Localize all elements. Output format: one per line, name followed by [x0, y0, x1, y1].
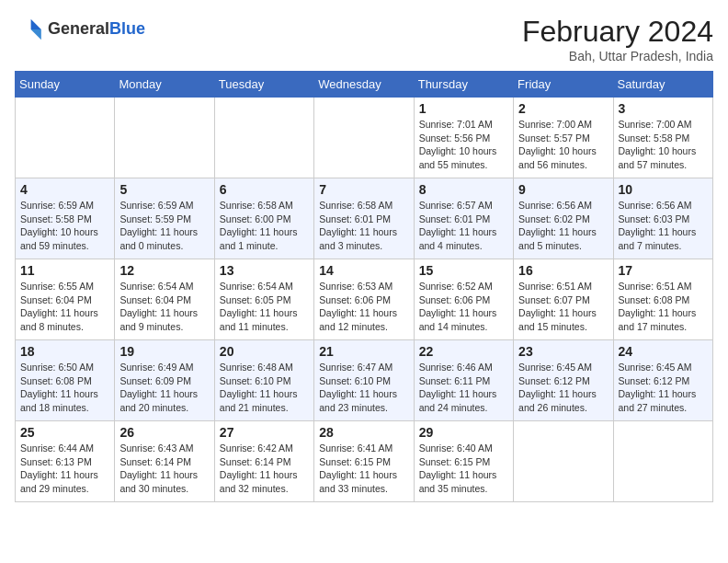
calendar-cell: [514, 421, 613, 502]
day-number: 18: [20, 344, 109, 359]
day-info: Sunrise: 6:59 AM Sunset: 5:58 PM Dayligh…: [20, 199, 109, 253]
day-number: 11: [20, 263, 109, 278]
day-number: 21: [319, 344, 408, 359]
calendar-cell: 7Sunrise: 6:58 AM Sunset: 6:01 PM Daylig…: [314, 178, 414, 259]
day-number: 19: [119, 344, 209, 359]
logo-text: GeneralBlue: [48, 20, 145, 39]
day-info: Sunrise: 6:45 AM Sunset: 6:12 PM Dayligh…: [619, 361, 708, 415]
day-info: Sunrise: 6:59 AM Sunset: 5:59 PM Dayligh…: [119, 199, 209, 253]
day-info: Sunrise: 6:51 AM Sunset: 6:07 PM Dayligh…: [518, 280, 608, 334]
day-number: 20: [220, 344, 309, 359]
day-info: Sunrise: 6:56 AM Sunset: 6:03 PM Dayligh…: [619, 199, 708, 253]
week-row-3: 11Sunrise: 6:55 AM Sunset: 6:04 PM Dayli…: [16, 259, 713, 340]
calendar-cell: 4Sunrise: 6:59 AM Sunset: 5:58 PM Daylig…: [16, 178, 115, 259]
day-info: Sunrise: 6:48 AM Sunset: 6:10 PM Dayligh…: [220, 361, 309, 415]
day-header-wednesday: Wednesday: [314, 72, 414, 98]
day-info: Sunrise: 6:46 AM Sunset: 6:11 PM Dayligh…: [419, 361, 508, 415]
calendar-cell: 21Sunrise: 6:47 AM Sunset: 6:10 PM Dayli…: [314, 340, 414, 421]
day-number: 29: [419, 425, 508, 440]
day-number: 28: [319, 425, 408, 440]
day-number: 22: [419, 344, 508, 359]
day-info: Sunrise: 7:01 AM Sunset: 5:56 PM Dayligh…: [419, 118, 508, 172]
day-info: Sunrise: 6:51 AM Sunset: 6:08 PM Dayligh…: [619, 280, 708, 334]
calendar-cell: 9Sunrise: 6:56 AM Sunset: 6:02 PM Daylig…: [514, 178, 613, 259]
calendar-cell: 18Sunrise: 6:50 AM Sunset: 6:08 PM Dayli…: [16, 340, 115, 421]
calendar-cell: 1Sunrise: 7:01 AM Sunset: 5:56 PM Daylig…: [414, 98, 513, 178]
day-header-tuesday: Tuesday: [214, 72, 313, 98]
calendar-cell: [115, 98, 214, 178]
calendar-cell: 27Sunrise: 6:42 AM Sunset: 6:14 PM Dayli…: [214, 421, 313, 502]
day-number: 7: [319, 182, 408, 197]
calendar-cell: 11Sunrise: 6:55 AM Sunset: 6:04 PM Dayli…: [16, 259, 115, 340]
day-info: Sunrise: 6:58 AM Sunset: 6:01 PM Dayligh…: [319, 199, 408, 253]
calendar-cell: [613, 421, 712, 502]
calendar-cell: 10Sunrise: 6:56 AM Sunset: 6:03 PM Dayli…: [613, 178, 712, 259]
svg-marker-0: [31, 19, 41, 29]
calendar-cell: 26Sunrise: 6:43 AM Sunset: 6:14 PM Dayli…: [115, 421, 214, 502]
week-row-5: 25Sunrise: 6:44 AM Sunset: 6:13 PM Dayli…: [16, 421, 713, 502]
calendar-cell: 16Sunrise: 6:51 AM Sunset: 6:07 PM Dayli…: [514, 259, 613, 340]
calendar-cell: 22Sunrise: 6:46 AM Sunset: 6:11 PM Dayli…: [414, 340, 513, 421]
day-header-friday: Friday: [514, 72, 613, 98]
day-info: Sunrise: 6:57 AM Sunset: 6:01 PM Dayligh…: [419, 199, 508, 253]
day-number: 24: [619, 344, 708, 359]
day-number: 2: [518, 101, 608, 116]
calendar-cell: [214, 98, 313, 178]
calendar-cell: 24Sunrise: 6:45 AM Sunset: 6:12 PM Dayli…: [613, 340, 712, 421]
day-info: Sunrise: 6:47 AM Sunset: 6:10 PM Dayligh…: [319, 361, 408, 415]
day-info: Sunrise: 6:40 AM Sunset: 6:15 PM Dayligh…: [419, 442, 508, 496]
day-number: 6: [220, 182, 309, 197]
day-info: Sunrise: 6:58 AM Sunset: 6:00 PM Dayligh…: [220, 199, 309, 253]
calendar-cell: 6Sunrise: 6:58 AM Sunset: 6:00 PM Daylig…: [214, 178, 313, 259]
day-info: Sunrise: 6:52 AM Sunset: 6:06 PM Dayligh…: [419, 280, 508, 334]
calendar-cell: [16, 98, 115, 178]
day-number: 13: [220, 263, 309, 278]
calendar-cell: 3Sunrise: 7:00 AM Sunset: 5:58 PM Daylig…: [613, 98, 712, 178]
day-number: 17: [619, 263, 708, 278]
calendar-cell: 2Sunrise: 7:00 AM Sunset: 5:57 PM Daylig…: [514, 98, 613, 178]
day-info: Sunrise: 6:44 AM Sunset: 6:13 PM Dayligh…: [20, 442, 109, 496]
day-header-sunday: Sunday: [16, 72, 115, 98]
day-info: Sunrise: 6:56 AM Sunset: 6:02 PM Dayligh…: [518, 199, 608, 253]
day-number: 10: [619, 182, 708, 197]
day-header-monday: Monday: [115, 72, 214, 98]
days-header-row: SundayMondayTuesdayWednesdayThursdayFrid…: [16, 72, 713, 98]
calendar-cell: 14Sunrise: 6:53 AM Sunset: 6:06 PM Dayli…: [314, 259, 414, 340]
calendar-cell: 25Sunrise: 6:44 AM Sunset: 6:13 PM Dayli…: [16, 421, 115, 502]
logo: GeneralBlue: [15, 15, 145, 44]
day-info: Sunrise: 6:53 AM Sunset: 6:06 PM Dayligh…: [319, 280, 408, 334]
day-info: Sunrise: 6:43 AM Sunset: 6:14 PM Dayligh…: [119, 442, 209, 496]
day-info: Sunrise: 6:54 AM Sunset: 6:05 PM Dayligh…: [220, 280, 309, 334]
day-info: Sunrise: 6:41 AM Sunset: 6:15 PM Dayligh…: [319, 442, 408, 496]
calendar-cell: 13Sunrise: 6:54 AM Sunset: 6:05 PM Dayli…: [214, 259, 313, 340]
calendar-cell: 20Sunrise: 6:48 AM Sunset: 6:10 PM Dayli…: [214, 340, 313, 421]
day-header-thursday: Thursday: [414, 72, 513, 98]
calendar-cell: 29Sunrise: 6:40 AM Sunset: 6:15 PM Dayli…: [414, 421, 513, 502]
day-number: 14: [319, 263, 408, 278]
calendar-table: SundayMondayTuesdayWednesdayThursdayFrid…: [15, 71, 713, 502]
day-number: 23: [518, 344, 608, 359]
page-header: GeneralBlue February 2024 Bah, Uttar Pra…: [15, 15, 713, 63]
day-info: Sunrise: 6:45 AM Sunset: 6:12 PM Dayligh…: [518, 361, 608, 415]
calendar-cell: 8Sunrise: 6:57 AM Sunset: 6:01 PM Daylig…: [414, 178, 513, 259]
location: Bah, Uttar Pradesh, India: [522, 49, 713, 63]
logo-icon: [15, 15, 44, 44]
day-number: 1: [419, 101, 508, 116]
day-header-saturday: Saturday: [613, 72, 712, 98]
day-number: 15: [419, 263, 508, 278]
week-row-1: 1Sunrise: 7:01 AM Sunset: 5:56 PM Daylig…: [16, 98, 713, 178]
day-info: Sunrise: 7:00 AM Sunset: 5:58 PM Dayligh…: [619, 118, 708, 172]
day-number: 8: [419, 182, 508, 197]
svg-marker-1: [31, 29, 41, 40]
week-row-4: 18Sunrise: 6:50 AM Sunset: 6:08 PM Dayli…: [16, 340, 713, 421]
calendar-cell: 12Sunrise: 6:54 AM Sunset: 6:04 PM Dayli…: [115, 259, 214, 340]
calendar-cell: 19Sunrise: 6:49 AM Sunset: 6:09 PM Dayli…: [115, 340, 214, 421]
calendar-cell: 17Sunrise: 6:51 AM Sunset: 6:08 PM Dayli…: [613, 259, 712, 340]
day-number: 12: [119, 263, 209, 278]
day-info: Sunrise: 6:49 AM Sunset: 6:09 PM Dayligh…: [119, 361, 209, 415]
week-row-2: 4Sunrise: 6:59 AM Sunset: 5:58 PM Daylig…: [16, 178, 713, 259]
day-info: Sunrise: 6:50 AM Sunset: 6:08 PM Dayligh…: [20, 361, 109, 415]
day-number: 4: [20, 182, 109, 197]
day-number: 27: [220, 425, 309, 440]
calendar-cell: 28Sunrise: 6:41 AM Sunset: 6:15 PM Dayli…: [314, 421, 414, 502]
